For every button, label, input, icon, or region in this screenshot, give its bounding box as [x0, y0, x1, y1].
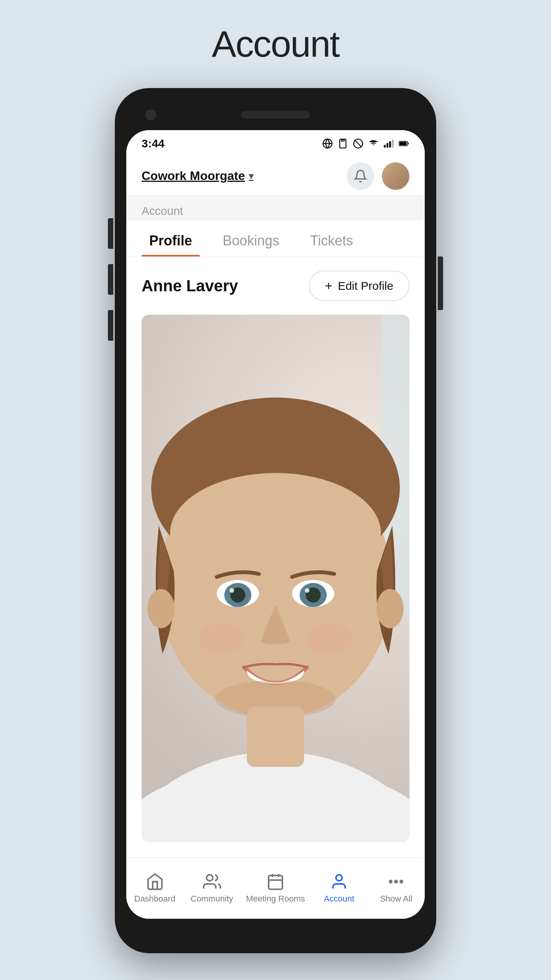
front-camera [145, 109, 156, 120]
user-name: Anne Lavery [142, 277, 238, 295]
bottom-nav: Dashboard Community [126, 858, 425, 919]
status-icons [322, 138, 409, 149]
status-bar: 3:44 [126, 130, 425, 157]
phone-shell: 3:44 [115, 88, 436, 953]
person-icon [330, 872, 348, 891]
wifi-icon [368, 138, 379, 149]
nav-item-meeting-rooms[interactable]: Meeting Rooms [246, 872, 305, 904]
header-actions [347, 162, 409, 190]
svg-rect-10 [392, 140, 394, 148]
svg-line-6 [355, 140, 361, 147]
workspace-selector[interactable]: Cowork Moorgate ▾ [142, 169, 253, 183]
profile-photo [142, 315, 409, 842]
svg-point-42 [336, 875, 342, 881]
svg-rect-38 [269, 875, 282, 889]
tab-bookings[interactable]: Bookings [215, 220, 287, 256]
phone-screen: 3:44 [126, 130, 425, 919]
svg-point-33 [147, 589, 174, 628]
nav-item-account[interactable]: Account [316, 872, 362, 904]
svg-rect-8 [386, 143, 388, 148]
svg-point-22 [170, 473, 381, 593]
user-avatar-button[interactable] [382, 162, 409, 190]
status-time: 3:44 [142, 137, 165, 150]
avatar-image [382, 162, 409, 190]
svg-rect-36 [247, 707, 304, 767]
svg-point-30 [305, 588, 310, 593]
nav-item-dashboard[interactable]: Dashboard [132, 872, 178, 904]
dots-icon [387, 872, 405, 891]
tab-tickets[interactable]: Tickets [302, 220, 361, 256]
battery-icon [399, 138, 409, 149]
tabs-bar: Profile Bookings Tickets [126, 220, 425, 257]
signal-icon [383, 138, 394, 149]
svg-point-45 [400, 880, 403, 883]
phone-top-bar [126, 100, 425, 130]
notifications-button[interactable] [347, 162, 374, 190]
svg-rect-7 [384, 145, 386, 148]
nav-item-community[interactable]: Community [189, 872, 235, 904]
nav-label-meeting-rooms: Meeting Rooms [246, 894, 305, 904]
sd-card-icon [337, 138, 348, 149]
profile-header-row: Anne Lavery + Edit Profile [126, 257, 425, 315]
svg-point-44 [395, 880, 397, 883]
nav-item-show-all[interactable]: Show All [373, 872, 419, 904]
nav-label-show-all: Show All [380, 894, 412, 904]
nav-label-dashboard: Dashboard [134, 894, 176, 904]
speaker-grill [241, 111, 310, 119]
svg-point-43 [390, 880, 392, 883]
svg-point-32 [307, 624, 352, 654]
edit-profile-button[interactable]: + Edit Profile [309, 271, 409, 301]
edit-profile-label: Edit Profile [338, 279, 393, 292]
svg-point-26 [230, 588, 234, 593]
workspace-chevron-icon: ▾ [249, 171, 253, 181]
calendar-icon [266, 872, 285, 891]
app-header: Cowork Moorgate ▾ [126, 157, 425, 195]
account-section-label: Account [126, 195, 425, 220]
globe-icon [322, 138, 333, 149]
plus-icon: + [325, 278, 333, 293]
nav-label-community: Community [191, 894, 233, 904]
people-icon [203, 872, 221, 891]
profile-content: Anne Lavery + Edit Profile [126, 257, 425, 858]
workspace-name-text: Cowork Moorgate [142, 169, 245, 183]
svg-point-31 [199, 624, 244, 654]
svg-rect-12 [400, 142, 407, 145]
svg-point-34 [377, 589, 404, 628]
bell-icon [354, 169, 367, 183]
tab-profile[interactable]: Profile [142, 220, 200, 256]
svg-point-37 [207, 875, 213, 881]
nav-label-account: Account [324, 894, 354, 904]
no-photo-icon [353, 138, 364, 149]
home-icon [146, 872, 164, 891]
profile-portrait-svg [142, 315, 409, 842]
page-title: Account [212, 23, 339, 65]
svg-rect-9 [389, 141, 391, 147]
